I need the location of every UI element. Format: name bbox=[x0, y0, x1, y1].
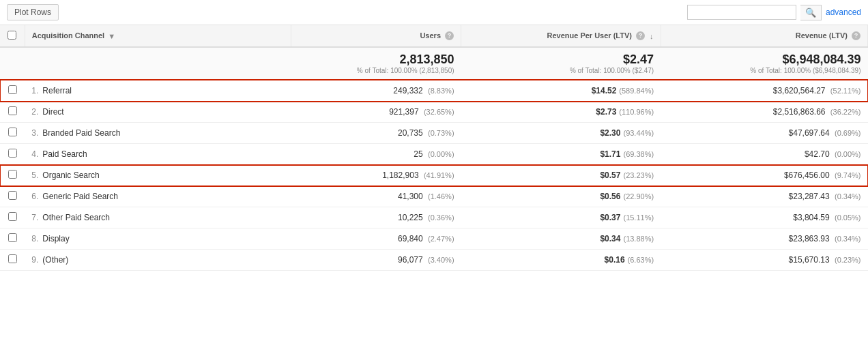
revenue-label: Revenue (LTV) bbox=[796, 31, 848, 40]
table-row: 1.Referral249,332 (8.83%)$14.52(589.84%)… bbox=[0, 80, 868, 102]
row-rank: 5. bbox=[31, 170, 38, 180]
row-channel-cell: 7.Other Paid Search bbox=[25, 207, 291, 228]
acquisition-channel-header[interactable]: Acquisition Channel ▼ bbox=[25, 25, 291, 47]
row-users-value: 10,225 bbox=[398, 213, 423, 222]
row-users-value: 96,077 bbox=[398, 255, 423, 265]
row-rev-per-user-pct: (23.23%) bbox=[623, 171, 654, 179]
row-channel-cell: 4.Paid Search bbox=[25, 144, 291, 165]
row-checkbox-cell bbox=[0, 165, 25, 186]
row-rev-per-user-pct: (13.88%) bbox=[623, 235, 654, 243]
totals-checkbox-cell bbox=[0, 47, 25, 80]
revenue-info-icon: ? bbox=[852, 31, 860, 40]
row-revenue-value: $3,620,564.27 bbox=[773, 86, 826, 95]
row-rank: 2. bbox=[31, 107, 38, 117]
row-channel-cell: 9.(Other) bbox=[25, 250, 291, 271]
row-rev-per-user-cell: $2.73(110.96%) bbox=[461, 102, 661, 123]
table-row: 9.(Other)96,077 (3.40%)$0.16(6.63%)$15,6… bbox=[0, 250, 868, 271]
row-users-value: 1,182,903 bbox=[382, 170, 418, 180]
totals-revenue-main: $6,948,084.39 bbox=[667, 53, 860, 67]
revenue-per-user-header[interactable]: Revenue Per User (LTV) ? ↓ bbox=[461, 25, 661, 47]
row-checkbox[interactable] bbox=[8, 212, 17, 221]
row-revenue-pct: (0.00%) bbox=[835, 150, 861, 158]
row-channel-name: (Other) bbox=[42, 255, 68, 265]
row-rev-per-user-value: $2.30 bbox=[600, 128, 620, 138]
row-revenue-cell: $15,670.13 (0.23%) bbox=[661, 250, 867, 271]
row-rev-per-user-value: $1.71 bbox=[600, 149, 620, 159]
revenue-header[interactable]: Revenue (LTV) ? bbox=[661, 25, 867, 47]
select-all-checkbox[interactable] bbox=[8, 31, 16, 40]
users-header[interactable]: Users ? bbox=[291, 25, 461, 47]
row-users-pct: (0.73%) bbox=[428, 129, 454, 137]
row-revenue-cell: $23,863.93 (0.34%) bbox=[661, 228, 867, 250]
row-rev-per-user-value: $0.34 bbox=[600, 234, 620, 243]
row-revenue-cell: $2,516,863.66 (36.22%) bbox=[661, 102, 867, 123]
table-row: 4.Paid Search25 (0.00%)$1.71(69.38%)$42.… bbox=[0, 144, 868, 165]
row-revenue-pct: (0.23%) bbox=[835, 256, 861, 264]
row-users-value: 69,840 bbox=[398, 234, 423, 243]
totals-revenue-sub: % of Total: 100.00% ($6,948,084.39) bbox=[667, 67, 860, 74]
row-checkbox[interactable] bbox=[8, 254, 17, 263]
row-rev-per-user-cell: $14.52(589.84%) bbox=[461, 80, 661, 102]
row-rev-per-user-value: $0.56 bbox=[600, 192, 620, 201]
row-users-pct: (0.00%) bbox=[428, 150, 454, 158]
row-checkbox[interactable] bbox=[8, 85, 17, 94]
row-users-value: 20,735 bbox=[398, 128, 423, 138]
row-revenue-value: $42.70 bbox=[805, 149, 830, 159]
advanced-link[interactable]: advanced bbox=[826, 8, 861, 17]
row-channel-name: Organic Search bbox=[42, 170, 99, 180]
row-checkbox-cell bbox=[0, 250, 25, 271]
row-revenue-value: $15,670.13 bbox=[789, 255, 830, 265]
row-rev-per-user-cell: $1.71(69.38%) bbox=[461, 144, 661, 165]
row-revenue-pct: (0.34%) bbox=[835, 192, 861, 201]
table-row: 5.Organic Search1,182,903 (41.91%)$0.57(… bbox=[0, 165, 868, 186]
data-table: Acquisition Channel ▼ Users ? Revenue Pe… bbox=[0, 25, 868, 271]
row-users-pct: (3.40%) bbox=[428, 256, 454, 264]
row-channel-cell: 8.Display bbox=[25, 228, 291, 250]
search-input[interactable] bbox=[687, 5, 796, 20]
toolbar: Plot Rows 🔍 advanced bbox=[0, 0, 868, 25]
row-rev-per-user-cell: $0.56(22.90%) bbox=[461, 186, 661, 207]
row-users-value: 921,397 bbox=[389, 107, 418, 117]
row-revenue-cell: $676,456.00 (9.74%) bbox=[661, 165, 867, 186]
filter-icon: ▼ bbox=[108, 32, 115, 40]
row-channel-cell: 2.Direct bbox=[25, 102, 291, 123]
table-row: 3.Branded Paid Search20,735 (0.73%)$2.30… bbox=[0, 123, 868, 144]
row-users-cell: 69,840 (2.47%) bbox=[291, 228, 461, 250]
row-rev-per-user-cell: $0.57(23.23%) bbox=[461, 165, 661, 186]
row-rev-per-user-pct: (6.63%) bbox=[628, 256, 654, 264]
row-users-pct: (41.91%) bbox=[424, 171, 454, 179]
totals-users-sub: % of Total: 100.00% (2,813,850) bbox=[298, 67, 454, 74]
search-button[interactable]: 🔍 bbox=[800, 5, 822, 20]
users-info-icon: ? bbox=[445, 31, 454, 40]
acquisition-channel-label: Acquisition Channel bbox=[32, 31, 104, 40]
row-revenue-pct: (0.69%) bbox=[835, 129, 861, 137]
row-rank: 7. bbox=[31, 213, 38, 222]
row-checkbox-cell bbox=[0, 144, 25, 165]
row-revenue-cell: $47,697.64 (0.69%) bbox=[661, 123, 867, 144]
row-revenue-value: $2,516,863.66 bbox=[773, 107, 826, 117]
row-checkbox-cell bbox=[0, 80, 25, 102]
row-rev-per-user-value: $0.37 bbox=[600, 213, 620, 222]
row-users-cell: 1,182,903 (41.91%) bbox=[291, 165, 461, 186]
row-users-pct: (2.47%) bbox=[428, 235, 454, 243]
plot-rows-button[interactable]: Plot Rows bbox=[7, 4, 59, 20]
totals-row: 2,813,850 % of Total: 100.00% (2,813,850… bbox=[0, 47, 868, 80]
row-checkbox[interactable] bbox=[8, 191, 17, 200]
row-channel-cell: 3.Branded Paid Search bbox=[25, 123, 291, 144]
users-label: Users bbox=[420, 31, 441, 40]
row-checkbox[interactable] bbox=[8, 149, 17, 158]
row-checkbox[interactable] bbox=[8, 233, 17, 242]
row-rank: 3. bbox=[31, 128, 38, 138]
row-revenue-cell: $3,620,564.27 (52.11%) bbox=[661, 80, 867, 102]
row-channel-name: Paid Search bbox=[42, 149, 87, 159]
row-channel-name: Display bbox=[42, 234, 69, 243]
row-channel-cell: 1.Referral bbox=[25, 80, 291, 102]
revenue-per-user-sort-icon: ↓ bbox=[650, 32, 654, 40]
row-checkbox[interactable] bbox=[8, 170, 17, 179]
row-checkbox[interactable] bbox=[8, 128, 17, 136]
row-users-cell: 10,225 (0.36%) bbox=[291, 207, 461, 228]
row-checkbox[interactable] bbox=[8, 106, 17, 115]
row-channel-name: Branded Paid Search bbox=[42, 128, 120, 138]
toolbar-left: Plot Rows bbox=[7, 4, 59, 20]
row-users-pct: (1.46%) bbox=[428, 192, 454, 201]
